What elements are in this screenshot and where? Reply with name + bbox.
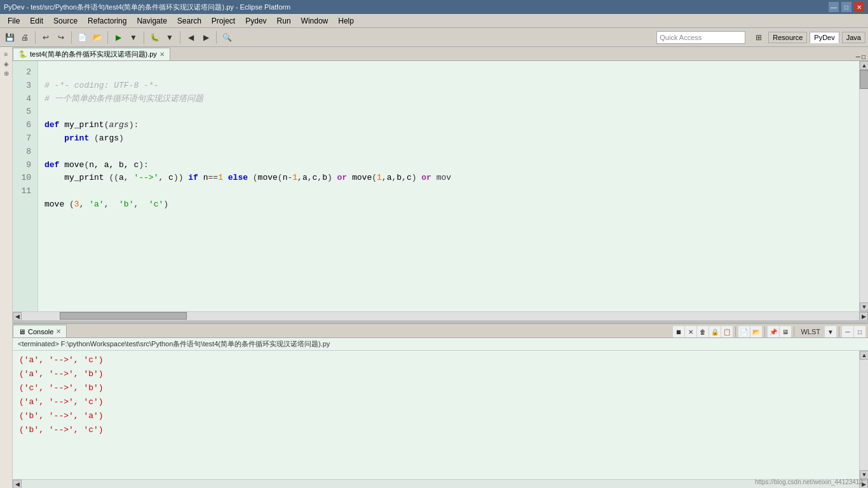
menu-refactoring[interactable]: Refactoring [83, 15, 132, 27]
console-open[interactable]: 📂 [750, 326, 762, 337]
line-num-8: 8 [15, 146, 35, 159]
console-minimize[interactable]: ─ [842, 326, 853, 337]
search-button[interactable]: 🔍 [220, 30, 234, 44]
toolbar-sep-5 [180, 31, 180, 44]
scrollbar-thumb-h[interactable] [60, 312, 187, 320]
toolbar-sep-2 [71, 31, 72, 44]
code-line-4 [44, 107, 50, 116]
navigate-back[interactable]: ◀ [184, 30, 198, 44]
console-maximize[interactable]: □ [854, 326, 865, 337]
sidebar-icon-1[interactable]: ≡ [4, 51, 8, 58]
menu-project[interactable]: Project [207, 15, 240, 27]
close-button[interactable]: ✕ [854, 2, 864, 12]
scroll-right-arrow[interactable]: ▶ [859, 312, 868, 320]
perspective-java[interactable]: Java [842, 32, 865, 43]
menu-navigate[interactable]: Navigate [132, 15, 172, 27]
console-label-wlst: WLST [797, 328, 824, 336]
line-num-5: 5 [15, 105, 35, 119]
quick-access-input[interactable]: Quick Access [656, 31, 745, 44]
menu-run[interactable]: Run [272, 15, 296, 27]
new-button[interactable]: 📄 [75, 30, 89, 44]
navigate-forward[interactable]: ▶ [199, 30, 213, 44]
sidebar-icon-3[interactable]: ⊕ [4, 70, 9, 77]
toolbar-sep-1 [35, 31, 36, 44]
editor-hscrollbar[interactable]: ◀ ▶ [13, 311, 868, 320]
scrollbar-track-h[interactable] [22, 312, 859, 320]
console-track-h[interactable] [22, 480, 859, 488]
menu-file[interactable]: File [3, 15, 25, 27]
run-button[interactable]: ▶ [111, 30, 125, 44]
console-tab[interactable]: 🖥 Console ✕ [13, 325, 67, 337]
console-track-v[interactable] [860, 360, 868, 470]
menu-search[interactable]: Search [172, 15, 207, 27]
console-scroll-lock[interactable]: 🔒 [709, 326, 721, 337]
perspective-pydev[interactable]: PyDev [810, 32, 839, 43]
editor-scrollbar[interactable]: ▲ ▼ [859, 61, 868, 311]
left-sidebar: ≡ ◈ ⊕ [0, 47, 13, 488]
code-line-3: # 一个简单的条件循环语句实现汉诺塔问题 [44, 94, 203, 104]
scroll-up-arrow[interactable]: ▲ [860, 61, 868, 70]
console-sep-3 [794, 327, 794, 337]
scroll-left-arrow[interactable]: ◀ [13, 312, 22, 320]
console-copy[interactable]: 📋 [721, 326, 733, 337]
console-new[interactable]: 📄 [738, 326, 750, 337]
editor-minimize[interactable]: ─ [856, 53, 860, 60]
menu-source[interactable]: Source [48, 15, 83, 27]
console-panel: 🖥 Console ✕ ⏹ ✕ 🗑 🔒 📋 📄 📂 📌 🖥 [13, 323, 868, 488]
console-dropdown[interactable]: ▼ [825, 326, 836, 337]
code-line-2: # -*- coding: UTF-8 -*- [44, 81, 158, 90]
console-clear[interactable]: 🗑 [697, 326, 709, 337]
console-output: ('a', '-->', 'c') ('a', '-->', 'b') ('c'… [13, 351, 859, 479]
debug-button[interactable]: 🐛 [147, 30, 161, 44]
line-num-3: 3 [15, 79, 35, 93]
titlebar-controls[interactable]: — □ ✕ [829, 2, 864, 12]
sidebar-icon-2[interactable]: ◈ [4, 60, 9, 67]
console-remove[interactable]: ✕ [685, 326, 696, 337]
line-num-4: 4 [15, 93, 35, 106]
code-line-11: move (3, 'a', 'b', 'c') [44, 200, 168, 209]
line-num-7: 7 [15, 132, 35, 146]
editor-tab-active[interactable]: 🐍 test4(简单的条件循环实现汉诺塔问题).py ✕ [13, 48, 170, 60]
run-dropdown[interactable]: ▼ [126, 30, 140, 44]
console-scroll-left[interactable]: ◀ [13, 480, 22, 488]
console-scrollbar-v[interactable]: ▲ ▼ [859, 351, 868, 479]
console-scroll-down[interactable]: ▼ [860, 470, 868, 479]
code-lines[interactable]: # -*- coding: UTF-8 -*- # 一个简单的条件循环语句实现汉… [38, 61, 859, 311]
console-line-3: ('c', '-->', 'b') [19, 381, 853, 395]
toolbar: 💾 🖨 ↩ ↪ 📄 📂 ▶ ▼ 🐛 ▼ ◀ ▶ 🔍 Quick Access ⊞… [0, 28, 868, 47]
perspective-area: ⊞ Resource PyDev Java [752, 30, 865, 44]
scrollbar-thumb-v[interactable] [860, 70, 868, 89]
editor-tab-label: test4(简单的条件循环实现汉诺塔问题).py [30, 50, 157, 59]
console-hscrollbar[interactable]: ◀ ▶ [13, 479, 868, 488]
menu-window[interactable]: Window [296, 15, 334, 27]
print-button[interactable]: 🖨 [18, 30, 32, 44]
console-terminate[interactable]: ⏹ [673, 326, 684, 337]
editor-maximize[interactable]: □ [862, 53, 865, 60]
perspective-resource[interactable]: Resource [768, 32, 807, 43]
open-button[interactable]: 📂 [90, 30, 104, 44]
redo-button[interactable]: ↪ [54, 30, 68, 44]
debug-dropdown[interactable]: ▼ [163, 30, 177, 44]
console-sep-1 [735, 327, 736, 337]
perspective-toggle[interactable]: ⊞ [752, 30, 766, 44]
watermark: https://blog.csdn.net/weixin_44123412 [755, 478, 863, 485]
code-editor[interactable]: 2 3 4 5 6 7 8 9 ⚠ 10 11 [13, 61, 859, 311]
console-tab-close[interactable]: ✕ [56, 328, 61, 335]
minimize-button[interactable]: — [829, 2, 839, 12]
editor-tab-close[interactable]: ✕ [159, 51, 165, 58]
save-button[interactable]: 💾 [3, 30, 17, 44]
toolbar-sep-3 [107, 31, 108, 44]
console-line-5: ('b', '-->', 'a') [19, 409, 853, 423]
menu-edit[interactable]: Edit [25, 15, 48, 27]
menu-pydev[interactable]: Pydev [240, 15, 271, 27]
console-scroll-up[interactable]: ▲ [860, 351, 868, 360]
menu-help[interactable]: Help [333, 15, 359, 27]
scroll-down-arrow[interactable]: ▼ [860, 302, 868, 311]
titlebar: PyDev - test/src/Python条件语句/test4(简单的条件循… [0, 0, 868, 14]
menubar: File Edit Source Refactoring Navigate Se… [0, 14, 868, 28]
scrollbar-track-v[interactable] [860, 70, 868, 302]
console-pin[interactable]: 📌 [768, 326, 779, 337]
undo-button[interactable]: ↩ [39, 30, 53, 44]
console-display[interactable]: 🖥 [780, 326, 791, 337]
maximize-button[interactable]: □ [841, 2, 851, 12]
